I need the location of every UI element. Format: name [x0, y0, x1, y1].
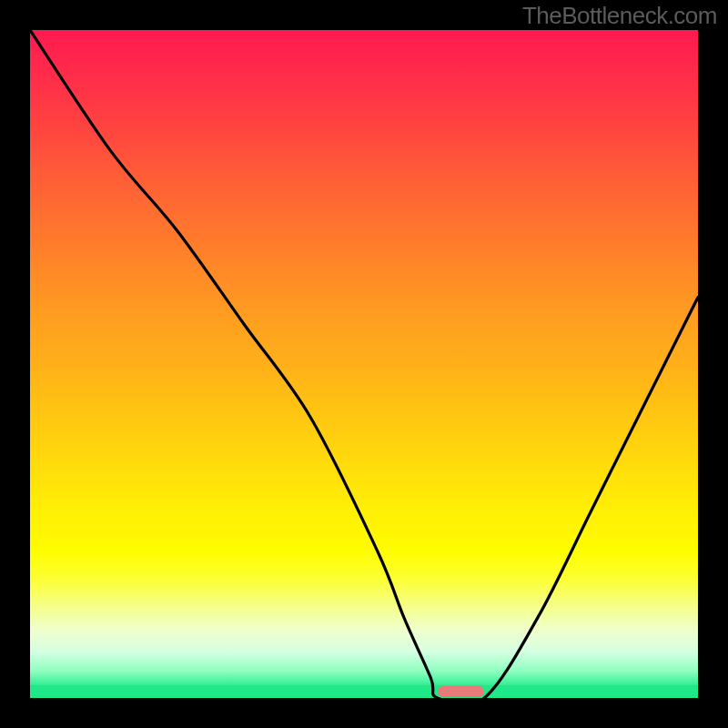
plot-area	[30, 30, 698, 698]
watermark-text: TheBottleneck.com	[522, 2, 717, 30]
chart-frame: TheBottleneck.com	[0, 0, 728, 728]
bottleneck-curve-svg	[30, 30, 698, 698]
bottleneck-curve-path	[30, 30, 698, 698]
